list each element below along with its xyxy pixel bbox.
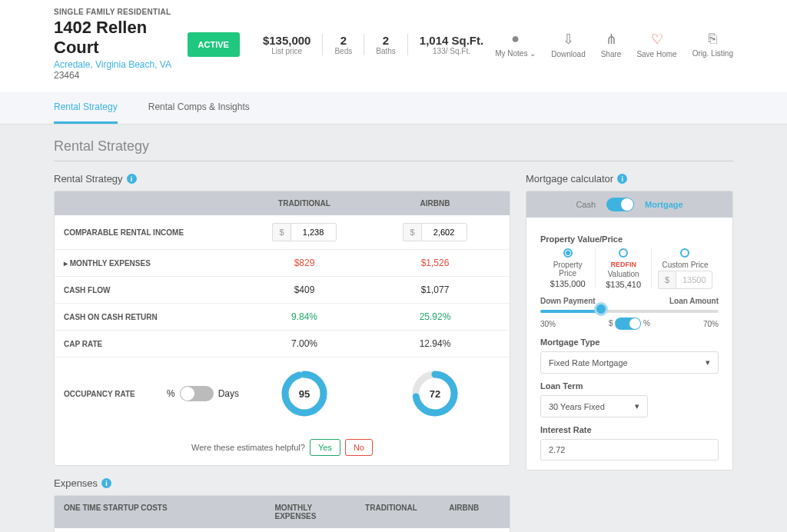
- rental-strategy-title: Rental Strategyi: [54, 173, 510, 185]
- property-type: SINGLE FAMILY RESIDENTIAL: [54, 8, 188, 16]
- table-header: TRADITIONAL AIRBNB: [55, 191, 510, 215]
- stat-baths: 2Baths: [364, 34, 408, 55]
- expenses-card: ONE TIME STARTUP COSTS MONTHLY EXPENSES …: [54, 495, 510, 532]
- expenses-title: Expensesi: [54, 477, 510, 489]
- property-location[interactable]: Acredale, Virginia Beach, VA: [54, 59, 171, 70]
- radio-redfin[interactable]: REDFINValuation$135,410: [596, 248, 651, 289]
- custom-price-input[interactable]: [676, 271, 712, 289]
- download-button[interactable]: ⇩Download: [551, 31, 585, 58]
- page-body: Rental Strategy Rental Strategyi TRADITI…: [0, 125, 787, 532]
- comparable-trad-input[interactable]: [291, 223, 337, 241]
- info-icon[interactable]: i: [127, 174, 137, 184]
- loan-term-select[interactable]: 30 Years Fixed▾: [540, 395, 648, 417]
- cap-rate-row: CAP RATE 7.00% 12.94%: [55, 331, 510, 357]
- coc-return-row: CASH ON CASH RETURN 9.84% 25.92%: [55, 304, 510, 331]
- dollar-percent-toggle[interactable]: [615, 318, 641, 330]
- radio-property-price[interactable]: Property Price$135,000: [540, 248, 596, 289]
- chevron-down-icon: ▾: [706, 357, 710, 367]
- occupancy-toggle[interactable]: [180, 386, 214, 401]
- feedback-row: Were these estimates helpful? Yes No: [55, 430, 510, 465]
- property-address: 1402 Rellen Court: [54, 18, 188, 58]
- header-actions: ●My Notes ⌄ ⇩Download ⋔Share ♡Save Home …: [495, 31, 733, 58]
- no-button[interactable]: No: [345, 439, 373, 456]
- cash-mortgage-toggle[interactable]: [606, 198, 634, 211]
- save-home-button[interactable]: ♡Save Home: [636, 31, 676, 58]
- down-payment-slider-wrap: Down PaymentLoan Amount 30%$ %70%: [540, 297, 719, 330]
- property-price-label: Property Value/Price: [540, 234, 719, 244]
- property-zip: 23464: [54, 70, 188, 81]
- occupancy-airbnb-donut: 72: [411, 370, 459, 417]
- occupancy-trad-donut: 95: [281, 370, 328, 417]
- expense-row: INSPECTIONS $ INSURANCE $ $: [55, 528, 510, 532]
- cash-flow-row: CASH FLOW $409 $1,077: [55, 277, 510, 304]
- calculator-title: Mortgage calculatori: [526, 173, 733, 185]
- strategy-table: TRADITIONAL AIRBNB COMPARABLE RENTAL INC…: [54, 191, 510, 466]
- price-radios: Property Price$135,000 REDFINValuation$1…: [540, 248, 719, 289]
- property-header: SINGLE FAMILY RESIDENTIAL 1402 Rellen Co…: [0, 0, 787, 92]
- info-icon[interactable]: i: [617, 174, 627, 184]
- tabs-bar: Rental Strategy Rental Comps & Insights: [0, 92, 787, 125]
- dollar-icon: $: [403, 223, 420, 241]
- my-notes-button[interactable]: ●My Notes ⌄: [495, 31, 536, 58]
- status-badge[interactable]: ACTIVE: [188, 32, 240, 57]
- tab-rental-strategy[interactable]: Rental Strategy: [54, 92, 118, 124]
- occupancy-row: OCCUPANCY RATE %Days 95 72: [55, 357, 510, 430]
- tab-rental-comps[interactable]: Rental Comps & Insights: [148, 92, 250, 124]
- share-icon: ⋔: [601, 31, 622, 48]
- property-info: SINGLE FAMILY RESIDENTIAL 1402 Rellen Co…: [54, 8, 188, 81]
- yes-button[interactable]: Yes: [310, 439, 340, 456]
- chevron-down-icon: ▾: [635, 401, 639, 411]
- comparable-airbnb-input[interactable]: [421, 223, 467, 241]
- radio-custom[interactable]: Custom Price$: [652, 248, 719, 289]
- expenses-header: ONE TIME STARTUP COSTS MONTHLY EXPENSES …: [55, 496, 510, 528]
- monthly-expenses-row[interactable]: ▸ MONTHLY EXPENSES $829 $1,526: [55, 250, 510, 277]
- down-payment-slider[interactable]: [540, 310, 719, 313]
- stat-price: $135,000List price: [251, 34, 324, 55]
- interest-rate-input[interactable]: [540, 439, 719, 461]
- cash-mortgage-toggle-bar: Cash Mortgage: [526, 191, 732, 218]
- info-icon[interactable]: i: [101, 478, 111, 488]
- chevron-down-icon: ⌄: [530, 49, 536, 58]
- dollar-icon: $: [272, 223, 290, 241]
- orig-listing-button[interactable]: ⎘Orig. Listing: [692, 31, 733, 58]
- dollar-icon: $: [658, 271, 676, 289]
- mortgage-type-select[interactable]: Fixed Rate Mortgage▾: [540, 351, 719, 374]
- stat-beds: 2Beds: [323, 34, 364, 55]
- download-icon: ⇩: [551, 31, 585, 48]
- note-icon: ●: [495, 31, 536, 47]
- page-title: Rental Strategy: [54, 132, 733, 161]
- external-icon: ⎘: [692, 31, 733, 47]
- heart-icon: ♡: [636, 31, 676, 48]
- share-button[interactable]: ⋔Share: [601, 31, 622, 58]
- comparable-income-row: COMPARABLE RENTAL INCOME $ $: [55, 215, 510, 250]
- stat-sqft: 1,014 Sq.Ft.133/ Sq.Ft.: [408, 34, 495, 55]
- calculator-card: Cash Mortgage Property Value/Price Prope…: [526, 191, 733, 470]
- property-stats: $135,000List price 2Beds 2Baths 1,014 Sq…: [251, 34, 495, 55]
